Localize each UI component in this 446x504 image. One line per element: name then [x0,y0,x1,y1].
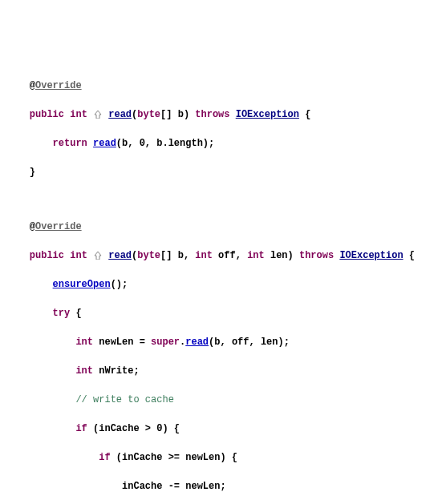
annotation-line: @Override [6,220,440,234]
read-method-link[interactable]: read [108,109,132,120]
blank-line [6,194,440,205]
read-method-link[interactable]: read [108,250,132,261]
read-call-link[interactable]: read [93,138,116,149]
close-brace: } [6,165,440,179]
try-line: try { [6,306,440,321]
ensure-open-link[interactable]: ensureOpen [53,279,111,290]
comment-line: // write to cache [6,393,440,407]
implements-icon[interactable] [93,111,103,119]
method-signature-1: public int read(byte[] b) throws IOExcep… [6,107,440,122]
ioexception-link[interactable]: IOException [339,250,403,261]
nwrite-decl: int nWrite; [6,364,440,378]
incache-minus-line: inCache -= newLen; [6,479,440,494]
ensure-open-call: ensureOpen(); [6,277,440,292]
return-line: return read(b, 0, b.length); [6,136,440,151]
method-signature-2: public int read(byte[] b, int off, int l… [6,248,440,263]
override-annotation[interactable]: Override [35,80,82,91]
if-incache-ge-line: if (inCache >= newLen) { [6,450,440,465]
implements-icon[interactable] [93,252,103,260]
newlen-decl: int newLen = super.read(b, off, len); [6,335,440,349]
ioexception-link[interactable]: IOException [236,109,299,120]
code-block: @Override public int read(byte[] b) thro… [6,64,440,504]
super-read-link[interactable]: read [185,337,209,348]
if-incache-line: if (inCache > 0) { [6,421,440,436]
override-annotation[interactable]: Override [35,221,82,232]
annotation-line: @Override [6,79,440,93]
